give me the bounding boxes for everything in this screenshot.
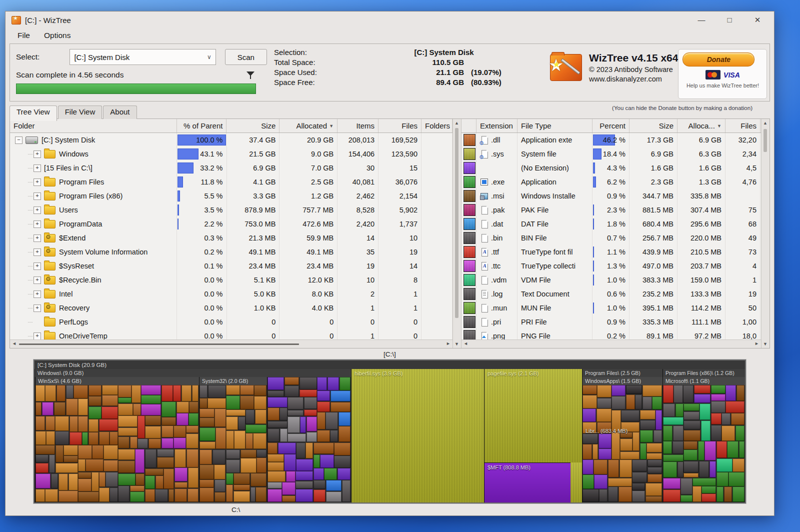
treemap-tile[interactable] — [702, 494, 716, 502]
treemap-tile[interactable] — [118, 436, 130, 448]
treemap-tile[interactable] — [330, 430, 338, 442]
treemap-tile[interactable] — [726, 401, 744, 412]
expand-icon[interactable]: + — [34, 262, 41, 270]
extension-row[interactable]: .munMUN File1.0 %395.1 MB114.2 MB50 — [462, 301, 761, 315]
treemap-tile[interactable] — [156, 476, 164, 488]
treemap-tile[interactable] — [652, 396, 662, 410]
treemap-tile[interactable] — [684, 420, 700, 430]
treemap-tile[interactable] — [314, 490, 326, 502]
expand-icon[interactable]: + — [34, 290, 41, 298]
tree-row[interactable]: +Users3.5 %878.9 MB757.7 MB8,5285,902 — [10, 203, 452, 217]
treemap-tile[interactable] — [240, 396, 254, 410]
treemap-tile[interactable] — [317, 430, 330, 442]
treemap-tile[interactable] — [296, 471, 313, 480]
progfiles-mosaic[interactable] — [582, 385, 662, 502]
treemap-tile[interactable] — [200, 385, 208, 398]
expand-icon[interactable]: + — [34, 276, 41, 284]
close-button[interactable]: ✕ — [751, 16, 764, 24]
treemap-tile[interactable] — [250, 473, 267, 486]
treemap-tile[interactable] — [722, 413, 730, 425]
scroll-right-icon[interactable]: ► — [446, 341, 450, 346]
treemap-tile[interactable] — [663, 441, 672, 454]
treemap-tile[interactable] — [700, 404, 710, 420]
drive-select[interactable]: [C:] System Disk ∨ — [70, 49, 216, 65]
treemap-tile[interactable] — [78, 416, 88, 432]
treemap-tile[interactable] — [684, 430, 700, 441]
treemap-tile[interactable] — [200, 480, 214, 488]
scroll-left-icon[interactable]: ◄ — [12, 341, 16, 346]
treemap-tile[interactable] — [250, 487, 256, 502]
treemap-tile[interactable] — [678, 462, 684, 478]
treemap-tile[interactable] — [92, 445, 103, 458]
treemap-tile[interactable] — [42, 402, 54, 416]
treemap-tile[interactable] — [663, 417, 684, 425]
treemap-region-hiberfil[interactable]: hiberfil.sys (3.9 GB) — [351, 369, 484, 502]
treemap-tile[interactable] — [268, 462, 284, 471]
treemap-tile[interactable] — [726, 385, 736, 401]
extension-row[interactable]: .sysSystem file18.4 %6.9 GB6.3 GB2,34 — [462, 147, 761, 161]
treemap-tile[interactable] — [192, 385, 199, 402]
treemap-tile[interactable] — [632, 483, 645, 490]
treemap-tile[interactable] — [304, 410, 317, 416]
treemap-tile[interactable] — [608, 478, 632, 486]
vscroll-thumb[interactable] — [455, 128, 458, 318]
windows-misc-mosaic[interactable] — [268, 377, 351, 502]
hscroll-thumb[interactable] — [19, 344, 299, 345]
scroll-up-icon[interactable]: ▲ — [454, 120, 459, 126]
col-items[interactable]: Items — [338, 119, 378, 132]
x86-mosaic[interactable] — [663, 385, 745, 502]
treemap-tile[interactable] — [326, 480, 342, 491]
treemap-tile[interactable] — [188, 468, 199, 488]
treemap-tile[interactable] — [104, 445, 118, 460]
treemap-tile[interactable] — [684, 473, 698, 478]
treemap-tile[interactable] — [278, 442, 296, 454]
tree-row[interactable]: −[C:] System Disk100.0 %37.4 GB20.9 GB20… — [10, 133, 452, 147]
treemap-tile[interactable] — [55, 416, 69, 431]
treemap-tile[interactable] — [288, 397, 304, 410]
treemap-tile[interactable] — [280, 428, 288, 442]
treemap-tile[interactable] — [328, 377, 340, 390]
treemap-tile[interactable] — [640, 420, 656, 430]
treemap-tile[interactable] — [176, 402, 189, 412]
treemap-tile[interactable] — [728, 472, 744, 486]
treemap-tile[interactable] — [663, 404, 675, 417]
treemap-tile[interactable] — [640, 443, 646, 460]
treemap-region-mft[interactable]: $MFT (808.8 MB) — [484, 462, 570, 502]
extension-row[interactable]: .pngPNG File0.2 %89.1 MB97.2 MB18,0 — [462, 329, 761, 340]
treemap-tile[interactable] — [314, 442, 334, 454]
expand-icon[interactable]: + — [34, 206, 41, 214]
treemap-tile[interactable] — [334, 442, 350, 456]
treemap-tile[interactable] — [78, 459, 86, 472]
extension-row[interactable]: .dllApplication exte46.2 %17.3 GB6.9 GB3… — [462, 133, 761, 147]
treemap-tile[interactable] — [56, 385, 66, 402]
treemap-tile[interactable] — [36, 445, 55, 454]
treemap-tile[interactable] — [330, 402, 351, 412]
treemap-tile[interactable] — [66, 385, 74, 398]
tree-row[interactable]: +Program Files (x86)5.5 %3.3 GB1.2 GB2,4… — [10, 189, 452, 203]
treemap-region-windows[interactable]: Windows\ (9.0 GB) WinSxS\ (4.6 GB) Syste… — [34, 369, 351, 502]
treemap-region-pagefile[interactable]: pagefile.sys (2.1 GB) — [484, 369, 582, 462]
titlebar[interactable]: [C:] - WizTree — □ ✕ — [6, 12, 774, 28]
treemap-tile[interactable] — [296, 459, 313, 471]
treemap-tile[interactable] — [106, 472, 118, 487]
treemap-tile[interactable] — [317, 390, 330, 401]
treemap-tile[interactable] — [642, 396, 652, 410]
treemap-tile[interactable] — [672, 441, 684, 454]
treemap-tile[interactable] — [110, 488, 118, 502]
treemap-tile[interactable] — [118, 385, 132, 398]
treemap-tile[interactable] — [141, 385, 161, 395]
treemap-tile[interactable] — [226, 473, 234, 484]
treemap-tile[interactable] — [674, 385, 682, 403]
treemap-tile[interactable] — [226, 460, 240, 473]
treemap-tile[interactable] — [162, 402, 176, 416]
treemap-tile[interactable] — [656, 410, 662, 430]
treemap-tile[interactable] — [640, 410, 656, 420]
treemap-tile[interactable] — [582, 444, 592, 459]
treemap-tile[interactable] — [45, 385, 56, 402]
scroll-right-icon[interactable]: ► — [754, 341, 759, 346]
treemap-tile[interactable] — [200, 428, 216, 441]
treemap-tile[interactable] — [646, 453, 662, 460]
expand-icon[interactable]: + — [34, 164, 41, 172]
treemap-tile[interactable] — [214, 492, 226, 502]
treemap-tile[interactable] — [268, 397, 288, 408]
